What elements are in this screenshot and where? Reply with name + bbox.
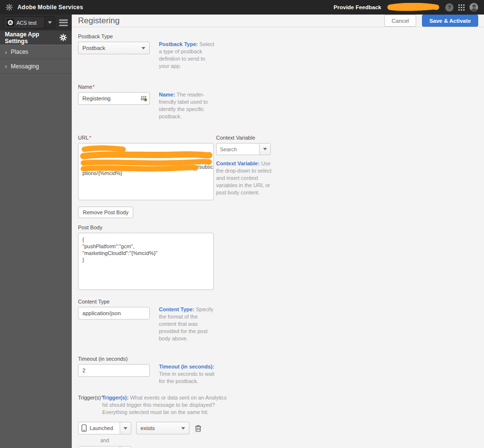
provide-feedback-link[interactable]: Provide Feedback: [334, 4, 381, 10]
page-title: Registering: [78, 16, 120, 26]
sidebar-item-manage-app-settings[interactable]: Manage App Settings: [0, 31, 72, 45]
triggers-help: Trigger(s): What events or data sent on …: [102, 394, 233, 416]
content-type-row: Content Type Content Type: Specify the f…: [78, 299, 484, 342]
cancel-button[interactable]: Cancel: [384, 15, 416, 27]
adobe-mobile-services-logo-icon: [5, 3, 14, 12]
url-textarea[interactable]: /subscri ptions/{%mcid%}: [78, 143, 214, 200]
content-type-label: Content Type: [78, 299, 150, 304]
add-trigger-select[interactable]: Add Trigger: [78, 446, 131, 448]
delete-trigger-button[interactable]: [194, 423, 203, 433]
page-header: Registering Cancel Save & Activate: [72, 15, 484, 27]
context-variable-search-input[interactable]: [217, 144, 259, 155]
chevron-down-icon: [141, 47, 145, 49]
hamburger-menu-icon[interactable]: [59, 18, 68, 27]
redacted-url-scribble: [78, 144, 213, 200]
postback-type-select[interactable]: Postback: [78, 42, 150, 54]
trigger-event-select[interactable]: Launched: [78, 422, 131, 434]
post-body-textarea[interactable]: { "pushPlatform":"gcm", "marketingCloudI…: [78, 233, 214, 290]
user-avatar[interactable]: [469, 3, 478, 12]
url-row: URL* /subscri ptions/{%mcid%}: [78, 135, 484, 200]
chevron-right-icon: ›: [5, 63, 7, 69]
name-help: Name: The reader-friendly label used to …: [159, 84, 215, 120]
trigger-condition-row: Launched exists: [78, 422, 484, 434]
context-variable-combobox: [216, 143, 271, 155]
chevron-down-icon: [181, 427, 185, 430]
context-variable-dropdown-button[interactable]: [259, 144, 270, 155]
name-field[interactable]: [78, 92, 150, 105]
app-selector-value: ACS test: [16, 20, 44, 26]
app-selector-dropdown[interactable]: A ACS test: [4, 16, 55, 29]
triggers-label: Trigger(s)*: [78, 394, 102, 416]
trash-icon: [195, 424, 202, 432]
mobile-phone-icon: [81, 424, 87, 432]
timeout-label: Timeout (in seconds): [78, 356, 150, 362]
help-icon[interactable]: ?: [445, 3, 453, 12]
save-activate-button[interactable]: Save & Activate: [422, 15, 478, 27]
trigger-operator-select[interactable]: exists: [136, 422, 189, 434]
triggers-header-row: Trigger(s)* Trigger(s): What events or d…: [78, 394, 484, 416]
postback-type-row: Postback Type Postback Postback Type: Se…: [78, 33, 484, 70]
name-label: Name*: [78, 84, 150, 90]
trigger-conjunction-label: and: [78, 437, 131, 443]
sidebar: A ACS test Manage App Settings: [0, 15, 72, 448]
postback-type-label: Postback Type: [78, 33, 150, 39]
timeout-help: Timeout (in seconds): Time in seconds to…: [159, 356, 215, 385]
context-variable-help: Context Variable: Use the drop-down to s…: [216, 160, 277, 196]
sidebar-item-places[interactable]: › Places: [0, 45, 72, 59]
app-selector-caret: [44, 17, 55, 28]
content-type-help: Content Type: Specify the format of the …: [159, 299, 215, 342]
app-icon: A: [7, 19, 14, 26]
name-row: Name* Name: The r: [78, 84, 484, 120]
gear-icon[interactable]: [60, 34, 67, 41]
chevron-down-icon[interactable]: [120, 422, 131, 434]
postback-form: Postback Type Postback Postback Type: Se…: [72, 27, 484, 448]
content-type-field[interactable]: [78, 307, 150, 320]
url-label: URL*: [78, 135, 214, 141]
redacted-username-scribble: [386, 3, 440, 12]
main-content: Registering Cancel Save & Activate Postb…: [72, 15, 484, 448]
app-title: Adobe Mobile Services: [17, 4, 83, 11]
timeout-row: Timeout (in seconds) Timeout (in seconds…: [78, 356, 484, 385]
post-body-row: Post Body { "pushPlatform":"gcm", "marke…: [78, 224, 484, 292]
context-variable-label: Context Variable: [216, 135, 277, 141]
top-bar: Adobe Mobile Services Provide Feedback ?: [0, 0, 484, 15]
apps-grid-icon[interactable]: [458, 4, 465, 11]
autofill-icon: [141, 95, 147, 102]
sidebar-item-messaging[interactable]: › Messaging: [0, 59, 72, 74]
remove-post-body-button[interactable]: Remove Post Body: [78, 207, 133, 218]
postback-type-help: Postback Type: Select a type of postback…: [159, 33, 215, 70]
timeout-field[interactable]: [78, 364, 150, 377]
post-body-label: Post Body: [78, 224, 484, 230]
chevron-right-icon: ›: [5, 49, 7, 55]
